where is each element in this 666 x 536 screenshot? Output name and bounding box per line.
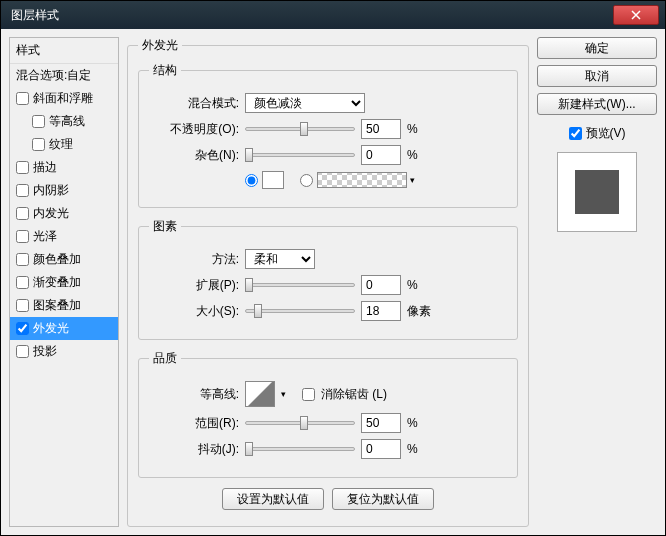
range-row: 范围(R): % — [149, 413, 507, 433]
blend-mode-row: 混合模式: 颜色减淡 — [149, 93, 507, 113]
sidebar-item-inner-glow[interactable]: 内发光 — [10, 202, 118, 225]
sidebar-item-label: 渐变叠加 — [33, 274, 81, 291]
texture-checkbox[interactable] — [32, 138, 45, 151]
sidebar-header: 样式 — [10, 38, 118, 64]
gradient-radio[interactable] — [300, 174, 313, 187]
preview-checkbox[interactable] — [569, 127, 582, 140]
sidebar-item-outer-glow[interactable]: 外发光 — [10, 317, 118, 340]
jitter-row: 抖动(J): % — [149, 439, 507, 459]
technique-row: 方法: 柔和 — [149, 249, 507, 269]
sidebar-item-label: 外发光 — [33, 320, 69, 337]
new-style-button[interactable]: 新建样式(W)... — [537, 93, 657, 115]
pattern-overlay-checkbox[interactable] — [16, 299, 29, 312]
size-input[interactable] — [361, 301, 401, 321]
slider-track — [245, 447, 355, 451]
preview-swatch — [575, 170, 619, 214]
slider-thumb[interactable] — [300, 416, 308, 430]
right-column: 确定 取消 新建样式(W)... 预览(V) — [537, 37, 657, 527]
sidebar-item-contour[interactable]: 等高线 — [10, 110, 118, 133]
sidebar-item-gradient-overlay[interactable]: 渐变叠加 — [10, 271, 118, 294]
sidebar-item-stroke[interactable]: 描边 — [10, 156, 118, 179]
panel-title: 外发光 — [138, 37, 182, 54]
opacity-slider[interactable] — [245, 119, 355, 139]
sidebar-item-color-overlay[interactable]: 颜色叠加 — [10, 248, 118, 271]
ok-button[interactable]: 确定 — [537, 37, 657, 59]
range-unit: % — [407, 416, 418, 430]
inner-glow-checkbox[interactable] — [16, 207, 29, 220]
solid-color-radio-wrap — [245, 171, 284, 189]
sidebar-item-bevel[interactable]: 斜面和浮雕 — [10, 87, 118, 110]
technique-select[interactable]: 柔和 — [245, 249, 315, 269]
defaults-button-row: 设置为默认值 复位为默认值 — [138, 488, 518, 510]
slider-track — [245, 153, 355, 157]
sidebar-item-texture[interactable]: 纹理 — [10, 133, 118, 156]
antialias-label: 消除锯齿 (L) — [321, 386, 387, 403]
gradient-swatch[interactable] — [317, 172, 407, 188]
noise-slider[interactable] — [245, 145, 355, 165]
technique-label: 方法: — [149, 251, 239, 268]
sidebar-item-label: 颜色叠加 — [33, 251, 81, 268]
size-slider[interactable] — [245, 301, 355, 321]
spread-input[interactable] — [361, 275, 401, 295]
noise-unit: % — [407, 148, 418, 162]
blend-mode-select[interactable]: 颜色减淡 — [245, 93, 365, 113]
spread-slider[interactable] — [245, 275, 355, 295]
drop-shadow-checkbox[interactable] — [16, 345, 29, 358]
sidebar-item-label: 描边 — [33, 159, 57, 176]
close-icon — [631, 10, 641, 20]
color-overlay-checkbox[interactable] — [16, 253, 29, 266]
slider-thumb[interactable] — [245, 148, 253, 162]
sidebar-blend-options[interactable]: 混合选项:自定 — [10, 64, 118, 87]
stroke-checkbox[interactable] — [16, 161, 29, 174]
sidebar-item-satin[interactable]: 光泽 — [10, 225, 118, 248]
slider-thumb[interactable] — [245, 442, 253, 456]
range-label: 范围(R): — [149, 415, 239, 432]
elements-legend: 图素 — [149, 218, 181, 235]
color-source-row: ▾ — [149, 171, 507, 189]
contour-checkbox[interactable] — [32, 115, 45, 128]
chevron-down-icon[interactable]: ▾ — [281, 389, 286, 399]
contour-picker[interactable] — [245, 381, 275, 407]
inner-shadow-checkbox[interactable] — [16, 184, 29, 197]
satin-checkbox[interactable] — [16, 230, 29, 243]
sidebar-item-drop-shadow[interactable]: 投影 — [10, 340, 118, 363]
slider-track — [245, 283, 355, 287]
gradient-overlay-checkbox[interactable] — [16, 276, 29, 289]
outer-glow-checkbox[interactable] — [16, 322, 29, 335]
elements-fieldset: 图素 方法: 柔和 扩展(P): % — [138, 218, 518, 340]
sidebar-item-label: 混合选项:自定 — [16, 67, 91, 84]
opacity-input[interactable] — [361, 119, 401, 139]
chevron-down-icon[interactable]: ▾ — [410, 175, 415, 185]
slider-thumb[interactable] — [245, 278, 253, 292]
window-title: 图层样式 — [7, 7, 59, 24]
structure-fieldset: 结构 混合模式: 颜色减淡 不透明度(O): — [138, 62, 518, 208]
reset-default-button[interactable]: 复位为默认值 — [332, 488, 434, 510]
contour-label: 等高线: — [149, 386, 239, 403]
set-default-button[interactable]: 设置为默认值 — [222, 488, 324, 510]
range-slider[interactable] — [245, 413, 355, 433]
dialog-content: 样式 混合选项:自定 斜面和浮雕 等高线 纹理 描边 内阴影 — [1, 29, 665, 535]
bevel-checkbox[interactable] — [16, 92, 29, 105]
color-swatch[interactable] — [262, 171, 284, 189]
sidebar-item-label: 投影 — [33, 343, 57, 360]
styles-sidebar: 样式 混合选项:自定 斜面和浮雕 等高线 纹理 描边 内阴影 — [9, 37, 119, 527]
jitter-slider[interactable] — [245, 439, 355, 459]
close-button[interactable] — [613, 5, 659, 25]
slider-thumb[interactable] — [254, 304, 262, 318]
quality-legend: 品质 — [149, 350, 181, 367]
solid-color-radio[interactable] — [245, 174, 258, 187]
sidebar-item-inner-shadow[interactable]: 内阴影 — [10, 179, 118, 202]
antialias-checkbox[interactable] — [302, 388, 315, 401]
preview-box — [557, 152, 637, 232]
sidebar-item-label: 等高线 — [49, 113, 85, 130]
opacity-unit: % — [407, 122, 418, 136]
range-input[interactable] — [361, 413, 401, 433]
cancel-button[interactable]: 取消 — [537, 65, 657, 87]
blend-mode-label: 混合模式: — [149, 95, 239, 112]
noise-input[interactable] — [361, 145, 401, 165]
jitter-input[interactable] — [361, 439, 401, 459]
sidebar-item-pattern-overlay[interactable]: 图案叠加 — [10, 294, 118, 317]
dialog-window: 图层样式 样式 混合选项:自定 斜面和浮雕 等高线 纹理 — [0, 0, 666, 536]
slider-thumb[interactable] — [300, 122, 308, 136]
opacity-row: 不透明度(O): % — [149, 119, 507, 139]
